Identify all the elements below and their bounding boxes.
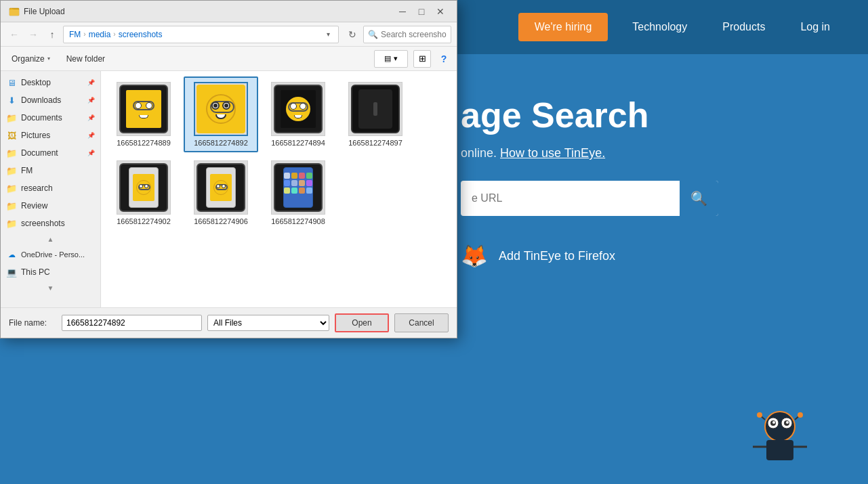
toolbar: Organize ▾ New folder ▤ ▾ ⊞ ? bbox=[1, 47, 457, 71]
breadcrumb-media[interactable]: media bbox=[89, 30, 111, 39]
sidebar-label-pictures: Pictures bbox=[21, 131, 83, 140]
file-item-3[interactable]: 1665812274894 bbox=[261, 76, 335, 152]
file-name-2: 1665812274892 bbox=[194, 139, 248, 147]
dialog-bottom: File name: All Files Open Cancel bbox=[1, 307, 457, 338]
robot-decoration bbox=[746, 403, 827, 484]
technology-link[interactable]: Technology bbox=[621, 16, 698, 39]
search-icon: 🔍 bbox=[368, 30, 378, 39]
search-input[interactable] bbox=[381, 30, 447, 39]
sidebar-label-documents: Documents bbox=[21, 113, 83, 123]
sidebar-item-pictures[interactable]: 🖼 Pictures 📌 bbox=[1, 127, 100, 144]
website-heading: age Search bbox=[461, 95, 841, 135]
title-bar: File Upload ─ □ ✕ bbox=[1, 1, 457, 22]
sidebar-item-desktop[interactable]: 🖥 Desktop 📌 bbox=[1, 74, 100, 91]
file-item-4[interactable]: 1665812274897 bbox=[338, 76, 413, 152]
pin-icon-documents: 📌 bbox=[87, 114, 95, 121]
new-folder-button[interactable]: New folder bbox=[61, 51, 110, 66]
firefox-promo: 🦊 Add TinEye to Firefox bbox=[461, 243, 841, 269]
products-link[interactable]: Products bbox=[711, 16, 776, 39]
sidebar-label-fm: FM bbox=[21, 166, 95, 175]
file-name-4: 1665812274897 bbox=[348, 139, 402, 147]
sidebar-item-screenshots[interactable]: 📁 screenshots bbox=[1, 215, 100, 232]
breadcrumb-screenshots[interactable]: screenshots bbox=[119, 30, 163, 39]
breadcrumb-fm[interactable]: FM bbox=[69, 30, 81, 39]
sidebar-item-onedrive[interactable]: ☁ OneDrive - Perso... bbox=[1, 246, 100, 263]
svg-point-6 bbox=[786, 421, 789, 424]
pane-button[interactable]: ⊞ bbox=[413, 50, 431, 68]
sidebar-label-document2: Document bbox=[21, 148, 83, 158]
sidebar-item-thispc[interactable]: 💻 This PC bbox=[1, 263, 100, 281]
sidebar-item-document2[interactable]: 📁 Document 📌 bbox=[1, 144, 100, 162]
document2-icon: 📁 bbox=[6, 148, 17, 158]
sidebar-scroll-up[interactable]: ▲ bbox=[1, 232, 100, 246]
login-link[interactable]: Log in bbox=[789, 16, 841, 39]
svg-point-5 bbox=[772, 421, 775, 424]
file-item-5[interactable]: 1665812274902 bbox=[106, 155, 181, 231]
hire-button[interactable]: We're hiring bbox=[518, 13, 608, 41]
file-item-7[interactable]: 1665812274908 bbox=[261, 155, 335, 231]
file-thumb-4 bbox=[348, 82, 402, 136]
address-dropdown[interactable]: ▾ bbox=[324, 30, 333, 38]
up-button[interactable]: ↑ bbox=[44, 26, 60, 43]
svg-rect-11 bbox=[766, 440, 793, 460]
address-bar: FM › media › screenshots ▾ bbox=[63, 26, 339, 43]
url-input[interactable] bbox=[461, 183, 680, 214]
sidebar-scroll-down[interactable]: ▼ bbox=[1, 281, 100, 294]
sidebar-label-thispc: This PC bbox=[21, 267, 95, 277]
organize-button[interactable]: Organize ▾ bbox=[6, 51, 56, 66]
pin-icon-document2: 📌 bbox=[87, 150, 95, 156]
refresh-button[interactable]: ↻ bbox=[344, 26, 360, 43]
file-item-2[interactable]: 1665812274892 bbox=[184, 76, 258, 152]
file-thumb-2 bbox=[194, 82, 248, 136]
filename-label: File name: bbox=[9, 318, 56, 328]
sidebar-label-desktop: Desktop bbox=[21, 78, 83, 87]
search-bar: 🔍 bbox=[461, 181, 718, 216]
sidebar-item-fm[interactable]: 📁 FM bbox=[1, 162, 100, 179]
view-extra-button[interactable]: ▤ ▾ bbox=[374, 50, 408, 68]
cancel-button[interactable]: Cancel bbox=[394, 313, 449, 332]
close-button[interactable]: ✕ bbox=[432, 3, 449, 20]
back-button[interactable]: ← bbox=[6, 26, 22, 43]
file-thumb-3 bbox=[271, 82, 325, 136]
minimize-button[interactable]: ─ bbox=[394, 3, 411, 20]
forward-button[interactable]: → bbox=[25, 26, 41, 43]
file-grid: 1665812274889 bbox=[106, 76, 451, 231]
file-item-6[interactable]: 1665812274906 bbox=[184, 155, 258, 231]
filename-input[interactable] bbox=[62, 315, 202, 331]
pin-icon-downloads: 📌 bbox=[87, 97, 95, 104]
breadcrumb: FM › media › screenshots bbox=[69, 30, 324, 39]
sidebar-item-documents[interactable]: 📁 Documents 📌 bbox=[1, 109, 100, 127]
navigation-bar: ← → ↑ FM › media › screenshots ▾ ↻ 🔍 bbox=[1, 22, 457, 47]
how-to-link[interactable]: How to use TinEye. bbox=[500, 146, 605, 160]
sidebar-item-downloads[interactable]: ⬇ Downloads 📌 bbox=[1, 91, 100, 109]
sidebar-label-onedrive: OneDrive - Perso... bbox=[21, 250, 95, 259]
sidebar-label-downloads: Downloads bbox=[21, 95, 83, 105]
pin-icon-pictures: 📌 bbox=[87, 132, 95, 139]
filetype-select[interactable]: All Files bbox=[207, 315, 329, 331]
file-name-7: 1665812274908 bbox=[271, 217, 325, 225]
search-box: 🔍 bbox=[363, 26, 451, 43]
search-button[interactable]: 🔍 bbox=[680, 181, 718, 216]
file-item-1[interactable]: 1665812274889 bbox=[106, 76, 181, 152]
fm-icon: 📁 bbox=[6, 165, 17, 176]
breadcrumb-sep-2: › bbox=[113, 30, 115, 38]
file-thumb-5 bbox=[117, 160, 171, 215]
svg-rect-15 bbox=[9, 9, 19, 16]
sidebar-label-research: research bbox=[21, 183, 95, 193]
firefox-icon: 🦊 bbox=[461, 243, 488, 269]
open-button[interactable]: Open bbox=[335, 313, 389, 332]
help-button[interactable]: ? bbox=[436, 51, 451, 66]
file-thumb-6 bbox=[194, 160, 248, 215]
review-icon: 📁 bbox=[6, 200, 17, 211]
svg-point-10 bbox=[798, 412, 803, 418]
onedrive-icon: ☁ bbox=[6, 249, 17, 260]
sidebar-label-review: Review bbox=[21, 201, 95, 211]
sidebar-item-review[interactable]: 📁 Review bbox=[1, 197, 100, 215]
title-bar-controls: ─ □ ✕ bbox=[394, 3, 449, 20]
file-name-3: 1665812274894 bbox=[271, 139, 325, 147]
new-folder-label: New folder bbox=[66, 54, 105, 64]
file-name-5: 1665812274902 bbox=[117, 217, 171, 225]
sidebar-item-research[interactable]: 📁 research bbox=[1, 179, 100, 197]
maximize-button[interactable]: □ bbox=[413, 3, 430, 20]
sidebar-label-screenshots: screenshots bbox=[21, 219, 95, 228]
